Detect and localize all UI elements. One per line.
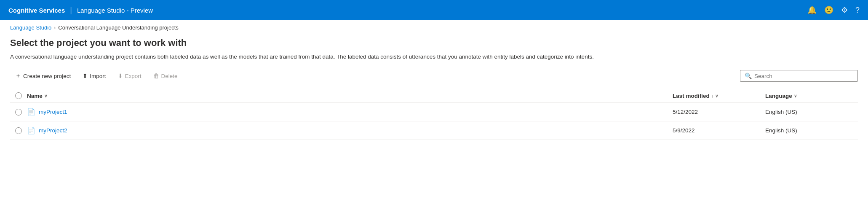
project-file-icon: 📄 xyxy=(27,126,35,134)
header-radio-cell xyxy=(10,92,27,99)
search-icon: 🔍 xyxy=(745,73,752,79)
import-button[interactable]: ⬆ Import xyxy=(77,70,111,82)
table-row: 📄 myProject2 5/9/2022 English (US) xyxy=(10,121,858,140)
delete-icon: 🗑 xyxy=(153,73,159,79)
delete-button[interactable]: 🗑 Delete xyxy=(148,70,183,82)
row2-project-link[interactable]: myProject2 xyxy=(39,127,67,134)
notification-icon[interactable]: 🔔 xyxy=(807,5,817,15)
projects-table: Name ∨ Last modified ↓ ∨ Language ∨ 📄 my… xyxy=(10,89,858,140)
row2-name-cell: 📄 myProject2 xyxy=(27,126,673,134)
export-icon: ⬇ xyxy=(118,73,123,79)
brand-label: Cognitive Services xyxy=(8,7,65,14)
breadcrumb-current: Conversational Language Understanding pr… xyxy=(58,24,178,31)
search-box[interactable]: 🔍 xyxy=(740,70,858,82)
breadcrumb: Language Studio › Conversational Languag… xyxy=(0,20,868,31)
row1-project-link[interactable]: myProject1 xyxy=(39,109,67,115)
nav-icons: 🔔 🙂 ⚙ ? xyxy=(807,5,860,15)
toolbar-actions: ＋ Create new project ⬆ Import ⬇ Export 🗑… xyxy=(10,70,740,82)
page-title: Select the project you want to work with xyxy=(10,38,858,48)
import-icon: ⬆ xyxy=(83,73,88,79)
nav-divider: | xyxy=(70,6,72,15)
header-radio xyxy=(15,92,22,99)
table-row: 📄 myProject1 5/12/2022 English (US) xyxy=(10,103,858,121)
row1-radio-cell[interactable] xyxy=(10,109,27,116)
language-sort-chevron-icon: ∨ xyxy=(794,94,797,98)
main-content: Select the project you want to work with… xyxy=(0,31,868,140)
page-description: A conversational language understanding … xyxy=(10,53,600,61)
row1-date-cell: 5/12/2022 xyxy=(673,109,765,115)
column-header-language[interactable]: Language ∨ xyxy=(765,93,858,99)
breadcrumb-home[interactable]: Language Studio xyxy=(10,24,51,31)
nav-title: Language Studio - Preview xyxy=(77,7,153,14)
toolbar: ＋ Create new project ⬆ Import ⬇ Export 🗑… xyxy=(10,70,858,82)
plus-icon: ＋ xyxy=(15,72,21,80)
table-header: Name ∨ Last modified ↓ ∨ Language ∨ xyxy=(10,89,858,103)
row1-language-cell: English (US) xyxy=(765,109,858,115)
breadcrumb-separator: › xyxy=(54,25,56,31)
column-header-last-modified[interactable]: Last modified ↓ ∨ xyxy=(673,93,765,99)
row2-radio-cell[interactable] xyxy=(10,127,27,134)
help-icon[interactable]: ? xyxy=(855,6,860,15)
search-input[interactable] xyxy=(754,73,853,79)
feedback-icon[interactable]: 🙂 xyxy=(824,5,833,15)
row2-radio[interactable] xyxy=(15,127,22,134)
row2-date-cell: 5/9/2022 xyxy=(673,127,765,134)
row1-radio[interactable] xyxy=(15,109,22,116)
name-sort-chevron-icon: ∨ xyxy=(44,94,47,98)
row1-name-cell: 📄 myProject1 xyxy=(27,108,673,116)
top-nav: Cognitive Services | Language Studio - P… xyxy=(0,0,868,20)
project-file-icon: 📄 xyxy=(27,108,35,116)
export-button[interactable]: ⬇ Export xyxy=(113,70,147,82)
settings-icon[interactable]: ⚙ xyxy=(841,5,848,15)
row2-language-cell: English (US) xyxy=(765,127,858,134)
last-modified-sort-arrow-icon: ↓ xyxy=(711,93,714,98)
column-header-name[interactable]: Name ∨ xyxy=(27,93,673,99)
last-modified-sort-chevron-icon: ∨ xyxy=(715,94,718,98)
create-new-project-button[interactable]: ＋ Create new project xyxy=(10,70,76,82)
